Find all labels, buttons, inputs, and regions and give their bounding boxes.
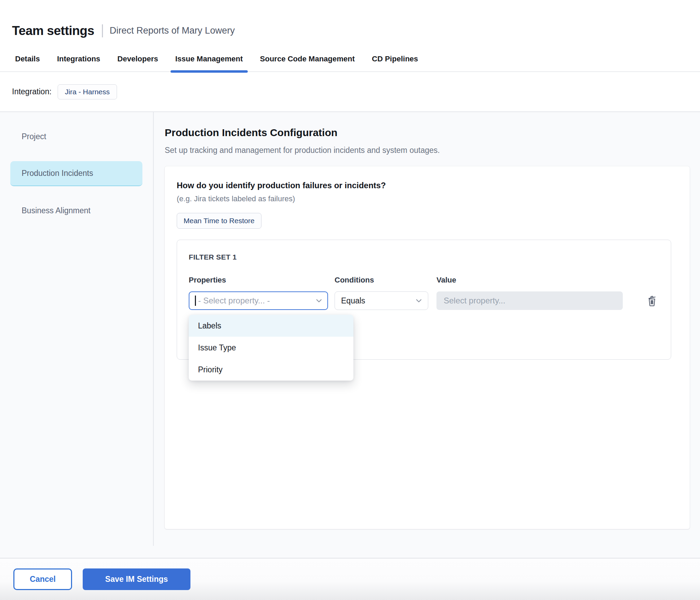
identify-failures-question: How do you identify production failures … xyxy=(177,181,678,190)
integration-chip-jira-harness[interactable]: Jira - Harness xyxy=(58,84,117,99)
condition-select-wrapper: Equals xyxy=(335,291,428,310)
footer-actions: Cancel Save IM Settings xyxy=(0,558,700,600)
chevron-down-icon xyxy=(416,299,422,303)
value-column-header: Value xyxy=(436,276,623,285)
tab-cd-pipelines[interactable]: CD Pipelines xyxy=(372,46,418,71)
save-im-settings-button[interactable]: Save IM Settings xyxy=(83,568,190,590)
property-select-wrapper: - Select property... - Labels Issue Type… xyxy=(189,291,328,310)
option-labels[interactable]: Labels xyxy=(189,315,353,337)
conditions-column-header: Conditions xyxy=(335,276,428,285)
sidebar-item-production-incidents[interactable]: Production Incidents xyxy=(10,161,142,186)
section-title: Production Incidents Configuration xyxy=(165,127,690,139)
trash-icon xyxy=(647,295,657,307)
sidebar-item-business-alignment[interactable]: Business Alignment xyxy=(10,198,142,223)
chevron-down-icon xyxy=(316,299,322,303)
text-cursor xyxy=(195,296,196,306)
tab-issue-management[interactable]: Issue Management xyxy=(175,46,243,71)
tab-details[interactable]: Details xyxy=(15,46,40,71)
integration-label: Integration: xyxy=(12,87,51,96)
page-header: Team settings Direct Reports of Mary Low… xyxy=(0,0,700,46)
sidebar-item-project[interactable]: Project xyxy=(10,124,142,149)
property-select-placeholder: - Select property... - xyxy=(198,296,314,305)
identify-failures-hint: (e.g. Jira tickets labeled as failures) xyxy=(177,194,678,203)
page-title: Team settings xyxy=(12,24,94,38)
filter-row: - Select property... - Labels Issue Type… xyxy=(189,291,659,310)
tab-integrations[interactable]: Integrations xyxy=(57,46,100,71)
settings-tabbar: Details Integrations Developers Issue Ma… xyxy=(0,46,700,72)
property-select[interactable]: - Select property... - xyxy=(189,291,328,310)
tab-source-code-management[interactable]: Source Code Management xyxy=(260,46,355,71)
title-divider xyxy=(102,24,103,37)
team-name-subtitle: Direct Reports of Mary Lowery xyxy=(110,25,235,36)
condition-select-value: Equals xyxy=(341,296,413,305)
tab-developers[interactable]: Developers xyxy=(117,46,158,71)
filter-set-title: FILTER SET 1 xyxy=(189,253,659,261)
content-area: Project Production Incidents Business Al… xyxy=(0,112,700,558)
option-issue-type[interactable]: Issue Type xyxy=(189,337,353,359)
integration-row: Integration: Jira - Harness xyxy=(0,72,700,112)
cancel-button[interactable]: Cancel xyxy=(13,568,72,590)
incidents-config-card: How do you identify production failures … xyxy=(165,166,690,529)
settings-sidebar: Project Production Incidents Business Al… xyxy=(0,112,154,558)
mean-time-to-restore-chip[interactable]: Mean Time to Restore xyxy=(177,213,261,229)
properties-column-header: Properties xyxy=(189,276,328,285)
value-input[interactable]: Select property... xyxy=(436,291,623,310)
value-input-wrapper: Select property... xyxy=(436,291,623,310)
condition-select[interactable]: Equals xyxy=(335,291,428,310)
main-panel: Production Incidents Configuration Set u… xyxy=(154,112,700,558)
option-priority[interactable]: Priority xyxy=(189,359,353,381)
section-subtitle: Set up tracking and management for produ… xyxy=(165,146,690,155)
delete-filter-button[interactable] xyxy=(647,295,657,307)
property-options-menu: Labels Issue Type Priority xyxy=(189,315,353,381)
filter-column-headers: Properties Conditions Value xyxy=(189,276,659,285)
filter-set-box: FILTER SET 1 Properties Conditions Value… xyxy=(177,240,671,360)
